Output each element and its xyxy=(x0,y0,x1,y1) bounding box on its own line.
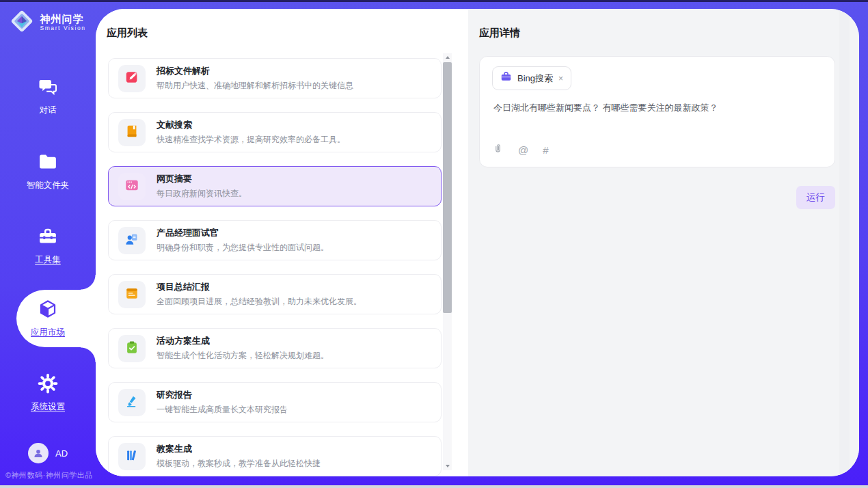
copyright-footer: ©神州数码·神州问学出品 xyxy=(5,470,93,480)
app-icon-tile xyxy=(118,335,146,362)
app-desc: 快速精准查找学术资源，提高研究效率的必备工具。 xyxy=(157,134,345,146)
user-initials: AD xyxy=(55,448,68,459)
app-desc: 全面回顾项目进展，总结经验教训，助力未来优化发展。 xyxy=(157,296,362,308)
sidebar: 神州问学 Smart Vision 对话 智能文件夹 xyxy=(0,0,96,488)
sidebar-item-app-market[interactable]: 应用市场 xyxy=(0,299,96,338)
toolbox-icon xyxy=(38,226,58,249)
paperclip-icon[interactable] xyxy=(492,143,504,157)
sidebar-item-label: 应用市场 xyxy=(31,327,65,338)
hash-icon[interactable]: # xyxy=(543,144,548,156)
books-icon xyxy=(124,448,139,465)
app-card-literature-search[interactable]: 文献搜索 快速精准查找学术资源，提高研究效率的必备工具。 xyxy=(108,112,442,152)
bubble-curve-top xyxy=(81,275,96,290)
prompt-card: Bing搜索 × 今日湖北有哪些新闻要点？ 有哪些需要关注的最新政策？ @ # xyxy=(479,56,835,167)
briefcase-icon xyxy=(500,71,512,85)
cube-icon xyxy=(38,299,58,322)
scrollbar-thumb[interactable] xyxy=(443,62,452,313)
chat-icon xyxy=(38,77,58,100)
close-icon[interactable]: × xyxy=(558,74,563,83)
app-detail-title: 应用详情 xyxy=(479,27,520,40)
book-icon xyxy=(124,124,139,141)
attachment-toolbar: @ # xyxy=(492,143,549,157)
app-name: 教案生成 xyxy=(157,443,321,455)
list-scrollbar[interactable] xyxy=(443,53,452,470)
app-desc: 帮助用户快速、准确地理解和解析招标书中的关键信息 xyxy=(157,80,353,92)
window-top-edge xyxy=(0,0,868,2)
app-card-lesson-plan[interactable]: 教案生成 模板驱动，教案秒成，教学准备从此轻松快捷 xyxy=(108,436,442,476)
sidebar-item-label: 智能文件夹 xyxy=(27,180,70,191)
sidebar-item-smart-folder[interactable]: 智能文件夹 xyxy=(0,152,96,191)
app-desc: 模板驱动，教案秒成，教学准备从此轻松快捷 xyxy=(157,458,321,470)
app-icon-tile xyxy=(118,389,146,416)
app-icon-tile xyxy=(118,173,146,200)
app-card-event-plan[interactable]: 活动方案生成 智能生成个性化活动方案，轻松解决规划难题。 xyxy=(108,328,442,368)
app-list-title: 应用列表 xyxy=(107,27,148,40)
app-desc: 智能生成个性化活动方案，轻松解决规划难题。 xyxy=(157,350,329,362)
sidebar-item-toolset[interactable]: 工具集 xyxy=(0,226,96,266)
tool-tag-label: Bing搜索 xyxy=(517,72,553,85)
gear-icon xyxy=(38,373,58,396)
app-card-research-report[interactable]: 研究报告 一键智能生成高质量长文本研究报告 xyxy=(108,382,442,422)
app-name: 产品经理面试官 xyxy=(157,227,329,239)
brand-logo: 神州问学 Smart Vision xyxy=(0,9,96,36)
user-account[interactable]: AD xyxy=(0,443,96,463)
app-name: 招标文件解析 xyxy=(157,65,353,77)
diamond-logo-icon xyxy=(10,9,34,36)
app-name: 网页摘要 xyxy=(157,173,247,185)
app-name: 活动方案生成 xyxy=(157,335,329,347)
app-icon-tile xyxy=(118,227,146,254)
app-list-panel: 应用列表 招标文件解析 帮助用户快速、准确地理解和解析招标书中的关键信息 xyxy=(96,9,468,476)
app-icon-tile xyxy=(118,281,146,308)
app-detail-panel: 应用详情 Bing搜索 × 今日湖北有哪些新闻要点？ 有哪些需要关注的最新政策？ xyxy=(468,9,859,476)
mention-icon[interactable]: @ xyxy=(518,144,528,156)
clipboard-check-icon xyxy=(124,340,139,357)
app-icon-tile xyxy=(118,119,146,146)
sidebar-item-label: 对话 xyxy=(40,105,57,116)
bubble-curve-bottom xyxy=(81,347,96,362)
app-name: 研究报告 xyxy=(157,389,288,401)
app-icon-tile xyxy=(118,65,146,92)
app-name: 项目总结汇报 xyxy=(157,281,362,293)
scrollbar-down-arrow-icon[interactable] xyxy=(443,462,452,470)
content-sheet: 应用列表 招标文件解析 帮助用户快速、准确地理解和解析招标书中的关键信息 xyxy=(96,9,859,476)
app-desc: 每日政府新闻资讯快查。 xyxy=(157,188,247,200)
run-button[interactable]: 运行 xyxy=(796,186,835,209)
brand-tagline: Smart Vision xyxy=(40,25,85,31)
calendar-notes-icon xyxy=(124,286,139,303)
browser-code-icon xyxy=(124,178,139,195)
pen-edit-icon xyxy=(124,70,139,87)
app-card-tender-parse[interactable]: 招标文件解析 帮助用户快速、准确地理解和解析招标书中的关键信息 xyxy=(108,58,442,98)
folder-icon xyxy=(38,152,58,175)
sidebar-item-label: 系统设置 xyxy=(31,401,65,413)
app-desc: 一键智能生成高质量长文本研究报告 xyxy=(157,404,288,416)
ink-bottle-icon xyxy=(124,394,139,411)
app-icon-tile xyxy=(118,443,146,470)
avatar xyxy=(28,443,49,463)
detail-scrollbar-track[interactable] xyxy=(839,9,850,476)
window-bottom-edge xyxy=(0,485,868,488)
brand-name: 神州问学 xyxy=(40,14,85,25)
app-desc: 明确身份和职责，为您提供专业性的面试问题。 xyxy=(157,242,329,254)
sidebar-item-label: 工具集 xyxy=(35,254,61,266)
app-name: 文献搜索 xyxy=(157,119,345,131)
scrollbar-up-arrow-icon[interactable] xyxy=(443,53,452,62)
app-card-pm-interviewer[interactable]: 产品经理面试官 明确身份和职责，为您提供专业性的面试问题。 xyxy=(108,220,442,260)
tool-tag-bing-search[interactable]: Bing搜索 × xyxy=(492,66,571,90)
prompt-text[interactable]: 今日湖北有哪些新闻要点？ 有哪些需要关注的最新政策？ xyxy=(493,101,821,115)
interviewer-icon xyxy=(124,232,139,249)
app-card-list: 招标文件解析 帮助用户快速、准确地理解和解析招标书中的关键信息 文献搜索 xyxy=(108,58,442,476)
app-card-project-summary[interactable]: 项目总结汇报 全面回顾项目进展，总结经验教训，助力未来优化发展。 xyxy=(108,274,442,314)
sidebar-item-settings[interactable]: 系统设置 xyxy=(0,373,96,413)
app-card-web-summary[interactable]: 网页摘要 每日政府新闻资讯快查。 xyxy=(108,166,442,206)
sidebar-item-chat[interactable]: 对话 xyxy=(0,77,96,116)
